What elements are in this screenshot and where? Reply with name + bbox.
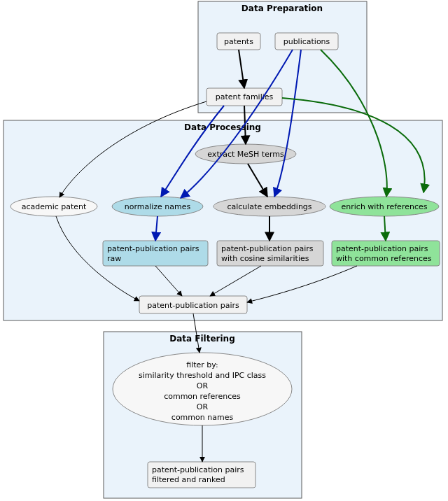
filter-l5: OR	[197, 402, 209, 411]
node-pp-refs-l2: with common references	[336, 254, 432, 263]
filter-l1: filter by:	[186, 360, 218, 369]
filter-l2: similarity threshold and IPC class	[139, 371, 266, 380]
filter-l6: common names	[172, 413, 234, 422]
node-pp-cosine-l1: patent-publication pairs	[221, 244, 314, 253]
pp-filtered-l1: patent-publication pairs	[152, 465, 244, 474]
node-calc-embeddings-label: calculate embeddings	[227, 202, 312, 211]
node-pp-pairs-label: patent-publication pairs	[147, 301, 239, 310]
group-title-proc: Data Processing	[184, 122, 261, 132]
node-publications-label: publications	[284, 37, 330, 46]
group-title-filt: Data Filtering	[169, 334, 235, 344]
node-enrich-refs-label: enrich with references	[342, 202, 428, 211]
node-pp-cosine-l2: with cosine similarities	[221, 254, 309, 263]
filter-l3: OR	[197, 381, 209, 390]
flow-diagram: Data Preparation patents publications pa…	[0, 0, 448, 501]
node-academic-patent-label: academic patent	[22, 202, 87, 211]
node-pp-refs-l1: patent-publication pairs	[336, 244, 428, 253]
node-pp-raw-l2: raw	[107, 254, 121, 263]
node-pp-raw-l1: patent-publication pairs	[107, 244, 200, 253]
filter-l4: common references	[164, 392, 241, 401]
pp-filtered-l2: filtered and ranked	[152, 475, 225, 484]
group-title-prep: Data Preparation	[241, 3, 323, 13]
node-patents-label: patents	[224, 37, 253, 46]
node-normalize-names-label: normalize names	[125, 202, 191, 211]
